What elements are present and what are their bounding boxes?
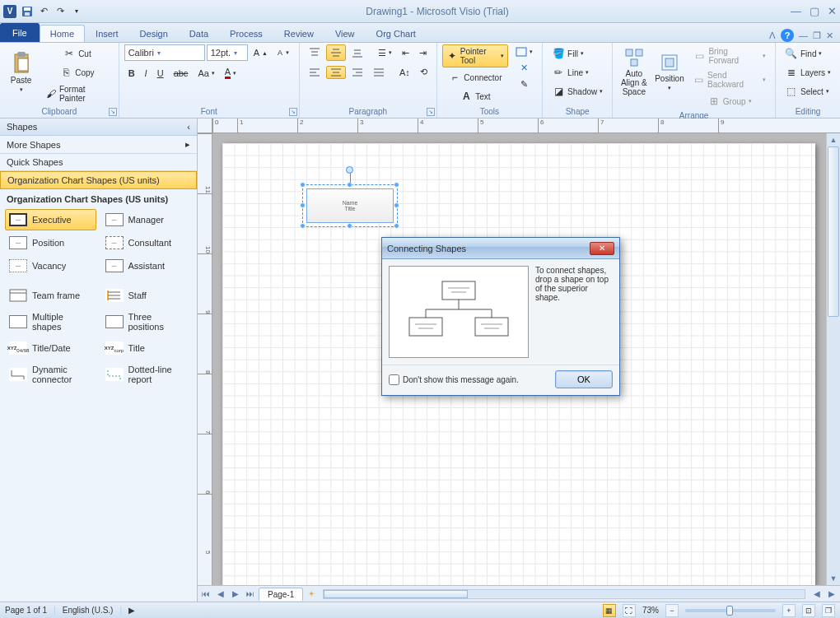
qat-more-icon[interactable]: ▾ xyxy=(69,4,84,19)
dialog-titlebar[interactable]: Connecting Shapes ✕ xyxy=(382,238,619,259)
connection-point-button[interactable]: ✕ xyxy=(511,60,537,76)
resize-handle-e[interactable] xyxy=(394,202,399,208)
resize-handle-ne[interactable] xyxy=(394,182,399,188)
zoom-in-button[interactable]: + xyxy=(782,604,796,617)
shape-titledate[interactable]: XYZ04/98Title/Date xyxy=(5,337,96,359)
last-page-icon[interactable]: ⏭ xyxy=(244,588,257,601)
undo-icon[interactable]: ↶ xyxy=(36,4,51,19)
send-backward-button[interactable]: ▭Send Backward▾ xyxy=(689,68,770,91)
find-button[interactable]: 🔍Find▾ xyxy=(781,44,826,63)
shape-title[interactable]: XYZcorpTitle xyxy=(101,337,193,359)
shape-executive[interactable]: —Executive xyxy=(5,209,96,230)
more-shapes-row[interactable]: More Shapes▸ xyxy=(0,136,197,154)
change-case-button[interactable]: Aa▾ xyxy=(194,66,218,81)
tab-orgchart[interactable]: Org Chart xyxy=(366,25,427,42)
prev-page-icon[interactable]: ◀ xyxy=(214,588,227,601)
horizontal-scrollbar[interactable] xyxy=(323,589,805,599)
align-right-button[interactable] xyxy=(348,66,367,79)
normal-view-button[interactable]: ▦ xyxy=(603,604,616,617)
dialog-close-button[interactable]: ✕ xyxy=(590,242,614,255)
page-tab-1[interactable]: Page-1 xyxy=(259,588,303,601)
fill-button[interactable]: 🪣Fill▾ xyxy=(548,44,588,63)
zoom-out-button[interactable]: − xyxy=(665,604,679,617)
font-size-combo[interactable]: 12pt.▾ xyxy=(207,44,248,61)
macro-recording-icon[interactable]: ▶ xyxy=(128,606,135,615)
select-button[interactable]: ⬚Select▾ xyxy=(781,82,833,100)
pointer-tool-button[interactable]: ✦Pointer Tool▾ xyxy=(442,44,508,67)
tab-design[interactable]: Design xyxy=(129,25,179,42)
dont-show-checkbox-input[interactable] xyxy=(389,374,399,385)
shape-staff[interactable]: Staff xyxy=(101,285,193,306)
cut-button[interactable]: ✂Cut xyxy=(40,44,113,63)
resize-handle-nw[interactable] xyxy=(300,182,306,188)
collapse-icon[interactable]: ‹ xyxy=(187,122,190,132)
align-left-button[interactable] xyxy=(305,66,324,79)
rotate-text-button[interactable]: ⟲ xyxy=(416,64,432,80)
font-color-button[interactable]: A▾ xyxy=(221,64,240,81)
rectangle-tool-button[interactable]: ▾ xyxy=(511,44,537,59)
ok-button[interactable]: OK xyxy=(555,370,613,388)
position-button[interactable]: Position▾ xyxy=(653,44,685,99)
scroll-left-icon[interactable]: ◀ xyxy=(810,588,824,601)
window-restore-icon[interactable]: ❐ xyxy=(813,30,821,41)
group-button[interactable]: ⊞Group▾ xyxy=(689,92,770,110)
crop-tool-button[interactable]: ✎ xyxy=(511,77,537,92)
window-close-icon[interactable]: ✕ xyxy=(826,30,833,41)
resize-handle-n[interactable] xyxy=(347,182,352,188)
tab-data[interactable]: Data xyxy=(179,25,219,42)
tab-review[interactable]: Review xyxy=(273,25,324,42)
autoalign-button[interactable]: Auto Align & Space xyxy=(618,44,650,99)
shape-teamframe[interactable]: Team frame xyxy=(5,285,96,306)
shape-multiple[interactable]: Multiple shapes xyxy=(5,308,96,336)
quick-shapes-row[interactable]: Quick Shapes xyxy=(0,154,197,171)
tab-file[interactable]: File xyxy=(0,23,40,42)
help-icon[interactable]: ? xyxy=(781,29,794,42)
next-page-icon[interactable]: ▶ xyxy=(229,588,242,601)
resize-handle-se[interactable] xyxy=(394,223,399,229)
fullscreen-view-button[interactable]: ⛶ xyxy=(623,604,636,617)
shapes-panel-header[interactable]: Shapes‹ xyxy=(0,118,197,136)
executive-shape-instance[interactable]: Name Title xyxy=(306,188,394,223)
format-painter-button[interactable]: 🖌Format Painter xyxy=(40,82,113,105)
underline-button[interactable]: U xyxy=(153,66,168,81)
new-page-icon[interactable]: ✦ xyxy=(305,588,318,601)
increase-indent-button[interactable]: ⇥ xyxy=(415,45,431,61)
fit-page-button[interactable]: ⊡ xyxy=(802,604,815,617)
close-icon[interactable]: ✕ xyxy=(828,5,837,17)
paragraph-launcher[interactable]: ↘ xyxy=(427,108,435,116)
align-bottom-button[interactable] xyxy=(348,44,367,61)
minimize-icon[interactable]: — xyxy=(791,5,801,17)
vscroll-thumb[interactable] xyxy=(828,146,839,317)
shape-dynamic-connector[interactable]: Dynamic connector xyxy=(5,360,96,388)
tab-process[interactable]: Process xyxy=(219,25,273,42)
justify-button[interactable] xyxy=(369,66,389,79)
shape-three[interactable]: Three positions xyxy=(101,308,193,336)
decrease-indent-button[interactable]: ⇤ xyxy=(398,45,413,61)
strikethrough-button[interactable]: abc xyxy=(170,66,193,81)
shape-manager[interactable]: —Manager xyxy=(101,209,193,230)
connector-button[interactable]: ⌐Connector xyxy=(442,68,508,86)
shape-assistant[interactable]: —Assistant xyxy=(101,255,193,276)
zoom-level[interactable]: 73% xyxy=(642,606,659,615)
redo-icon[interactable]: ↷ xyxy=(53,4,68,19)
shadow-button[interactable]: ◪Shadow▾ xyxy=(548,82,607,100)
copy-button[interactable]: ⎘Copy xyxy=(40,63,113,81)
shrink-font-button[interactable]: A▼ xyxy=(273,46,294,59)
line-button[interactable]: ✏Line▾ xyxy=(548,63,593,81)
layers-button[interactable]: ≣Layers▾ xyxy=(781,63,835,81)
zoom-slider[interactable] xyxy=(685,609,776,612)
resize-handle-s[interactable] xyxy=(347,223,352,229)
scroll-right-icon[interactable]: ▶ xyxy=(825,588,838,601)
zoom-slider-thumb[interactable] xyxy=(726,606,733,616)
resize-handle-w[interactable] xyxy=(300,202,306,208)
language-indicator[interactable]: English (U.S.) xyxy=(63,606,114,615)
grow-font-button[interactable]: A▲ xyxy=(250,45,272,60)
orgchart-shapes-row[interactable]: Organization Chart Shapes (US units) xyxy=(0,171,197,189)
italic-button[interactable]: I xyxy=(141,66,152,81)
resize-handle-sw[interactable] xyxy=(300,223,306,229)
maximize-icon[interactable]: ▢ xyxy=(810,5,819,17)
tab-home[interactable]: Home xyxy=(40,25,85,42)
align-middle-button[interactable] xyxy=(326,44,346,61)
shape-consultant[interactable]: —Consultant xyxy=(101,232,193,253)
align-center-button[interactable] xyxy=(326,66,346,79)
